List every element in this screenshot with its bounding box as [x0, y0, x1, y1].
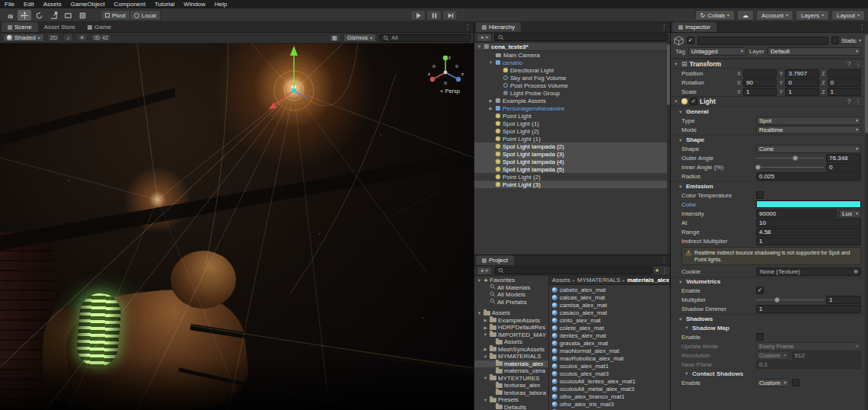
- cloud-button[interactable]: ☁: [737, 10, 754, 21]
- menu-tutorial[interactable]: Tutorial: [150, 0, 179, 8]
- panel-menu-icon[interactable]: ⋮: [661, 24, 667, 30]
- dropdown[interactable]: Realtime▾: [756, 126, 861, 134]
- foldout-arrow-icon[interactable]: ▼: [685, 371, 690, 376]
- hierarchy-item[interactable]: Spot Light lampada (4): [474, 158, 670, 165]
- dropdown[interactable]: Every Frame▾: [756, 342, 861, 351]
- asset-file-item[interactable]: oculos_alex_mat3: [549, 370, 670, 377]
- tab-game[interactable]: Game: [81, 22, 117, 32]
- asset-file-item[interactable]: cabelo_alex_mat: [549, 286, 670, 293]
- slider[interactable]: [756, 154, 824, 162]
- project-folder-item[interactable]: ▶MeshSyncAssets: [474, 346, 548, 354]
- move-tool-button[interactable]: [18, 10, 31, 21]
- project-folder-item[interactable]: All Models: [474, 291, 548, 299]
- collab-button[interactable]: ↻Collab▾: [695, 10, 735, 21]
- asset-file-item[interactable]: colete_alex_mat: [549, 324, 670, 332]
- light-enabled-checkbox[interactable]: ✓: [690, 98, 697, 105]
- scale-x-field[interactable]: 1: [743, 88, 777, 96]
- hierarchy-item[interactable]: Point Light (3): [474, 181, 670, 188]
- help-icon[interactable]: ?: [847, 98, 851, 105]
- rotation-y-field[interactable]: 0: [785, 78, 819, 87]
- expand-arrow-icon[interactable]: ▼: [483, 354, 488, 359]
- create-object-button[interactable]: +▾: [477, 34, 492, 42]
- project-folder-item[interactable]: ▼MYMATERIALS: [474, 353, 548, 360]
- local-toggle[interactable]: Local: [130, 10, 161, 21]
- panel-menu-icon[interactable]: ⋮: [662, 267, 668, 274]
- hierarchy-item[interactable]: Post Process Volume: [474, 82, 670, 89]
- static-toggle[interactable]: Static ▾: [831, 37, 861, 44]
- gizmos-dropdown[interactable]: Gizmos▾: [343, 34, 376, 42]
- slider-knob[interactable]: [774, 297, 780, 303]
- section-header-emission[interactable]: ▼Emission: [671, 181, 864, 191]
- expand-arrow-icon[interactable]: ▼: [477, 278, 482, 283]
- dropdown[interactable]: Custom▾: [756, 351, 790, 360]
- project-folder-item[interactable]: ▶HDRPDefaultRes: [474, 324, 548, 332]
- value-field[interactable]: 0.1: [756, 360, 861, 369]
- rect-tool-button[interactable]: [61, 10, 75, 21]
- hierarchy-item[interactable]: Spot Light lampada (3): [474, 150, 670, 158]
- hierarchy-item[interactable]: Point Light: [474, 112, 670, 120]
- tab-hierarchy[interactable]: Hierarchy: [476, 22, 521, 32]
- scale-y-field[interactable]: 1: [785, 88, 819, 96]
- foldout-arrow-icon[interactable]: ▼: [674, 62, 679, 66]
- hierarchy-item[interactable]: Spot Light (1): [474, 120, 670, 127]
- expand-arrow-icon[interactable]: ▶: [488, 98, 493, 103]
- component-menu-icon[interactable]: ⋮: [855, 98, 862, 105]
- gameobject-name-field[interactable]: [697, 37, 828, 45]
- hierarchy-item[interactable]: Spot Light lampada (2): [474, 143, 670, 150]
- panel-menu-icon[interactable]: ⋮: [859, 24, 865, 30]
- subsection-header[interactable]: ▼Contact Shadows: [671, 369, 864, 378]
- grid-toggle[interactable]: ▦: [329, 34, 340, 42]
- hierarchy-item[interactable]: ▼cenario: [474, 59, 670, 66]
- expand-arrow-icon[interactable]: ▶: [483, 318, 488, 322]
- value-field[interactable]: 4.58: [756, 228, 861, 236]
- section-header-general[interactable]: ▼General: [671, 107, 864, 116]
- audio-toggle[interactable]: ♪: [63, 34, 73, 42]
- asset-file-item[interactable]: olho_alex_iris_mat3: [549, 400, 670, 408]
- inspector-scrollbar[interactable]: [865, 33, 868, 410]
- foldout-arrow-icon[interactable]: ▼: [678, 184, 684, 189]
- value-field[interactable]: 1: [756, 305, 861, 313]
- asset-file-item[interactable]: cinto_alex_mat: [549, 316, 670, 324]
- value-field[interactable]: 512: [792, 351, 861, 360]
- value-field[interactable]: 90000: [756, 210, 837, 218]
- expand-arrow-icon[interactable]: ▼: [483, 332, 488, 337]
- value-field[interactable]: 1: [826, 296, 861, 304]
- expand-arrow-icon[interactable]: ▶: [483, 347, 488, 351]
- value-field[interactable]: 10: [756, 219, 861, 227]
- asset-file-item[interactable]: calcas_alex_mat: [549, 293, 670, 301]
- breadcrumb-segment[interactable]: materials_alex: [627, 277, 669, 283]
- asset-file-item[interactable]: olho_alex_branco_mat1: [549, 392, 670, 400]
- expand-arrow-icon[interactable]: ▼: [483, 376, 488, 380]
- hidden-objects-toggle[interactable]: 42: [91, 34, 111, 42]
- hierarchy-item[interactable]: Point Light (2): [474, 173, 670, 181]
- project-folder-item[interactable]: materiais_cena: [474, 367, 548, 375]
- tab-asset-store[interactable]: Asset Store: [38, 22, 81, 32]
- checkbox[interactable]: [792, 379, 799, 386]
- project-folder-item[interactable]: texturas_alex: [474, 382, 548, 389]
- foldout-arrow-icon[interactable]: ▼: [685, 325, 690, 330]
- menu-edit[interactable]: Edit: [19, 0, 39, 8]
- asset-file-item[interactable]: camisa_alex_mat: [549, 301, 670, 309]
- foldout-arrow-icon[interactable]: ▼: [678, 317, 684, 322]
- step-button[interactable]: [442, 10, 458, 21]
- expand-arrow-icon[interactable]: ▼: [477, 44, 482, 49]
- layout-button[interactable]: Layout▾: [831, 10, 865, 21]
- breadcrumb-segment[interactable]: MYMATERIALS: [577, 277, 621, 283]
- gameobject-enabled-checkbox[interactable]: ✓: [687, 37, 694, 44]
- project-folder-item[interactable]: ▼MYTEXTURES: [474, 375, 548, 383]
- asset-file-item[interactable]: dentes_alex_mat: [549, 332, 670, 339]
- object-field[interactable]: None (Texture)◉: [756, 267, 861, 276]
- scene-search-input[interactable]: All: [379, 34, 471, 42]
- scale-tool-button[interactable]: [46, 10, 60, 21]
- hierarchy-item[interactable]: Spot Light (2): [474, 127, 670, 135]
- foldout-arrow-icon[interactable]: ▼: [678, 280, 684, 284]
- favorite-star-icon[interactable]: ★: [655, 267, 659, 274]
- play-button[interactable]: [410, 10, 426, 21]
- 2d-toggle[interactable]: 2D: [47, 34, 61, 42]
- menu-component[interactable]: Component: [110, 0, 150, 8]
- dropdown[interactable]: Spot▾: [756, 117, 861, 125]
- value-field[interactable]: 76.348: [826, 154, 861, 162]
- expand-arrow-icon[interactable]: ▼: [488, 60, 493, 65]
- scene-root-item[interactable]: ▼ cena_teste3*: [474, 43, 670, 51]
- layers-button[interactable]: Layers▾: [796, 10, 829, 21]
